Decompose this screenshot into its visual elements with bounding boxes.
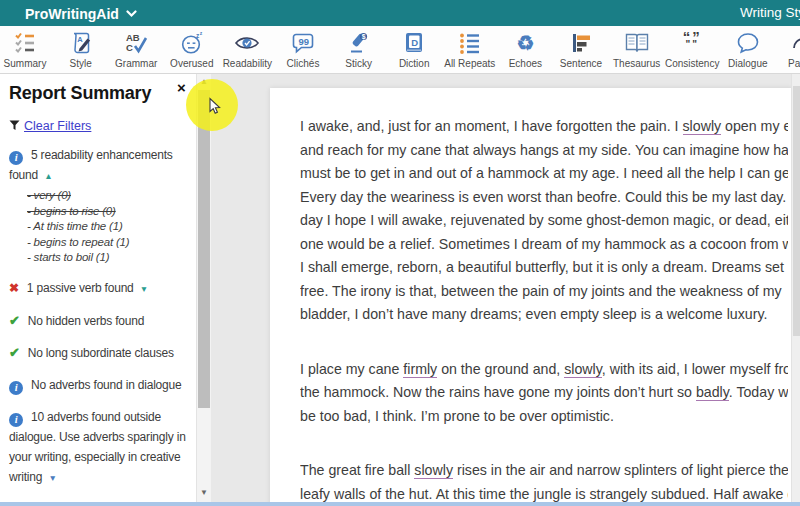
text-line: one would be a relief. Sometimes I dream… [300,233,788,257]
toolbar-item-thesaurus[interactable]: Thesaurus [609,28,665,74]
text-line: the hammock. Now the rains have gone my … [300,381,788,405]
toolbar-item-readability[interactable]: Readability [219,28,275,74]
findings-list: i5 readability enhancements found ▲- ver… [9,145,194,502]
cliches-icon: 99 [275,28,331,57]
toolbar: SummaryAStyleABCGrammarzzOverusedReadabi… [0,26,800,74]
editor-background: I awake, and, just for an moment, I have… [211,74,800,506]
adverb-highlight[interactable]: slowly [414,462,453,479]
finding-text: 5 readability enhancements found ▲ [9,148,173,182]
document-scroll-thumb[interactable] [793,86,800,336]
toolbar-item-label: Diction [386,58,442,69]
svg-text:$: $ [361,33,365,41]
toolbar-item-label: Style [53,58,109,69]
finding-item: i10 adverbs found outside dialogue. Use … [9,407,194,488]
info-icon: i [9,151,23,165]
toolbar-item-echoes[interactable]: ♻Echoes [497,28,553,74]
scroll-down-icon[interactable]: ▼ [197,488,211,497]
text-segment: I shall emerge, reborn, a beautiful butt… [300,259,788,275]
text-segment: be too bad, I think. I’m prone to be ove… [300,408,614,424]
document-text[interactable]: I awake, and, just for an moment, I have… [270,88,792,506]
svg-text:99: 99 [299,36,310,47]
top-bar: ProWritingAid Writing Style [0,0,800,26]
readability-icon [219,28,275,57]
finding-item: ✖1 passive verb found ▼ [9,278,194,299]
text-line: I awake, and, just for an moment, I have… [300,115,788,139]
toolbar-item-grammar[interactable]: ABCGrammar [108,28,164,74]
text-segment: must be to get in and out of a hammock a… [300,165,788,181]
text-line: must be to get in and out of a hammock a… [300,162,788,186]
filter-sub-item[interactable]: - begins to rise (0) [9,204,194,220]
toolbar-item-overused[interactable]: zzOverused [164,28,220,74]
text-segment: open my eyes [721,118,788,134]
text-line: and reach for my cane that always hangs … [300,139,788,163]
document-page[interactable]: I awake, and, just for an moment, I have… [270,88,792,506]
expand-up-icon[interactable]: ▲ [44,171,52,181]
panel-title: Report Summary [9,83,194,104]
brand-label: ProWritingAid [25,6,119,22]
summary-icon [0,28,53,57]
toolbar-item-summary[interactable]: Summary [0,28,53,74]
toolbar-item-consistency[interactable]: “”""Consistency [664,28,720,74]
adverb-highlight[interactable]: slowly [683,118,722,135]
adverb-highlight[interactable]: badly [696,384,729,401]
thesaurus-icon [609,28,665,57]
filter-sub-item[interactable]: - starts to boil (1) [9,250,194,266]
diction-icon: D [386,28,442,57]
prowritingaid-window: ProWritingAid Writing Style SummaryAStyl… [0,0,800,506]
toolbar-item-all-repeats[interactable]: All Repeats [442,28,498,74]
sticky-icon: $ [331,28,387,57]
toolbar-item-cliches[interactable]: 99Clichés [275,28,331,74]
toolbar-item-label: Pacing [775,58,800,69]
info-icon: i [9,381,23,395]
text-segment: , with its aid, I lower myself from [602,361,788,377]
toolbar-item-sticky[interactable]: $Sticky [331,28,387,74]
toolbar-item-label: Echoes [497,58,553,69]
clear-filters-link[interactable]: Clear Filters [24,119,91,133]
toolbar-item-label: Clichés [275,58,331,69]
text-line: be too bad, I think. I’m prone to be ove… [300,405,788,429]
toolbar-item-pacing[interactable]: Pacing [775,28,800,74]
text-segment: leafy walls of the hut. At this time the… [300,486,788,502]
toolbar-item-label: All Repeats [442,58,498,69]
finding-text: 10 adverbs found outside dialogue. Use a… [9,410,186,484]
text-segment: I awake, and, just for an moment, I have… [300,118,683,134]
text-line: I place my cane firmly on the ground and… [300,358,788,382]
report-mode-title: Writing Style [740,0,800,26]
filter-sub-item[interactable]: - At this time the (1) [9,219,194,235]
finding-text: No adverbs found in dialogue [31,378,182,392]
svg-text:z: z [199,31,202,36]
paragraph: I awake, and, just for an moment, I have… [300,115,788,327]
app-menu[interactable]: ProWritingAid [25,0,137,27]
toolbar-item-diction[interactable]: DDiction [386,28,442,74]
filter-sub-item[interactable]: - very (0) [9,188,194,204]
finding-text: No long subordinate clauses [28,346,174,360]
expand-down-icon[interactable]: ▼ [140,284,148,294]
adverb-highlight[interactable]: firmly [403,361,437,378]
text-segment: one would be a relief. Sometimes I dream… [300,236,788,252]
grammar-icon: ABC [108,28,164,57]
check-icon: ✔ [9,343,20,363]
document-scrollbar[interactable] [791,74,800,506]
finding-text: No hidden verbs found [28,314,145,328]
close-icon[interactable]: × [177,81,186,95]
text-segment: Every day the weariness is even worst th… [300,189,788,205]
expand-down-icon[interactable]: ▼ [48,473,56,483]
toolbar-item-sentence[interactable]: Sentence [553,28,609,74]
toolbar-item-style[interactable]: AStyle [53,28,109,74]
clear-filters-row: Clear Filters [9,119,194,133]
text-segment: free. The irony is that, between the pai… [300,283,782,299]
toolbar-item-label: Sentence [553,58,609,69]
svg-text:A: A [77,35,83,44]
sidebar-scrollbar[interactable]: ▲ ▼ [196,74,211,502]
adverb-highlight[interactable]: slowly [564,361,602,378]
toolbar-item-label: Consistency [664,58,720,69]
consistency-icon: “”"" [664,28,720,57]
paragraph: The great fire ball slowly rises in the … [300,459,788,506]
dialogue-icon [720,28,776,57]
sidebar-scroll-thumb[interactable] [198,90,210,408]
filter-sub-item[interactable]: - begins to repeat (1) [9,235,194,251]
toolbar-item-dialogue[interactable]: Dialogue [720,28,776,74]
toolbar-item-label: Readability [219,58,275,69]
chevron-down-icon [126,0,137,26]
echoes-icon: ♻ [497,28,553,57]
